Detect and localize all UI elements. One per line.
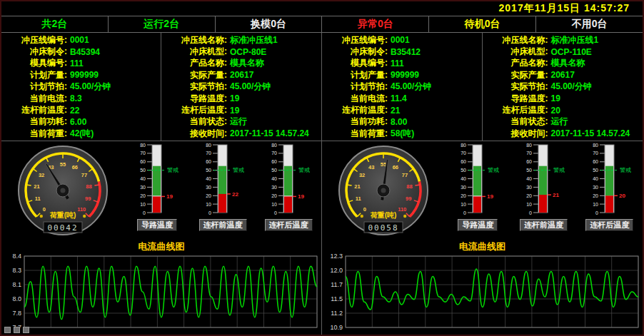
thermo-scale-label: 10 — [206, 202, 211, 207]
machine2-gauge-row: 0112132435566778899110荷重(吨)00058 0102030… — [322, 141, 643, 241]
info-value: 运行 — [551, 116, 568, 128]
current-curve-chart: 12.312.011.711.511.210.9 — [324, 252, 641, 335]
thermo-scale-label: 50 — [271, 168, 277, 173]
info-value: 20617 — [551, 70, 575, 80]
info-key: 计划产量: — [326, 69, 388, 81]
info-key: 冲压线编号: — [6, 34, 67, 46]
info-value: 19 — [551, 93, 560, 103]
thermo-scale-label: 40 — [527, 176, 533, 181]
thermometer: 01020304050607080警戒22连杆前温度 — [192, 143, 253, 231]
thermo-scale-label: 60 — [527, 159, 533, 164]
warning-label: 警戒 — [298, 167, 310, 173]
thermo-scale-label: 60 — [461, 159, 466, 164]
info-row: 实际节拍:45.00/分钟 — [487, 81, 643, 93]
info-row: 当前荷重:42(吨) — [6, 128, 161, 139]
taskbar-icon[interactable] — [14, 327, 20, 333]
y-axis-label: 12.0 — [330, 267, 343, 274]
thermo-gauge: 01020304050607080警戒19 — [447, 143, 508, 218]
info-key: 模具编号: — [6, 57, 67, 69]
gauge-digital-value: 00042 — [47, 223, 78, 233]
info-key: 接收时间: — [487, 128, 548, 140]
current-waveform — [346, 269, 638, 310]
info-row: 冲压线编号:0001 — [6, 34, 161, 46]
thermo-fill — [473, 196, 481, 213]
info-value: 2017-11-15 14.57.24 — [230, 128, 309, 138]
gauge-tick-label: 88 — [86, 183, 91, 190]
taskbar-icon[interactable] — [23, 327, 29, 333]
info-row: 导路温度:19 — [487, 93, 643, 104]
info-row: 当前功耗:6.00 — [6, 116, 161, 128]
info-row: 当前电流:8.3 — [6, 93, 161, 104]
thermo-scale-label: 50 — [461, 168, 466, 173]
info-value: 58(吨) — [391, 128, 414, 140]
info-row: 连杆后温度:19 — [166, 104, 321, 116]
y-axis-label: 7.8 — [12, 310, 21, 317]
info-key: 当前功耗: — [6, 116, 67, 128]
thermo-scale-label: 70 — [271, 151, 277, 156]
thermometer: 01020304050607080警戒19连杆后温度 — [258, 143, 319, 231]
thermo-scale-label: 10 — [140, 202, 146, 207]
info-key: 连杆后温度: — [487, 104, 548, 116]
system-tray — [4, 327, 29, 333]
info-row: 接收时间:2017-11-15 14.57.24 — [487, 128, 643, 139]
machines-area: 冲压线编号:0001冲床制令:B45394模具编号:111计划产量:999999… — [1, 33, 643, 335]
info-value: B35412 — [391, 47, 421, 57]
info-key: 当前状态: — [166, 116, 227, 128]
info-value: 111 — [391, 58, 404, 68]
gauge-tick-label: 21 — [354, 183, 360, 190]
thermo-value: 19 — [487, 193, 493, 200]
thermometer: 01020304050607080警戒20连杆后温度 — [579, 143, 640, 231]
info-key: 导路温度: — [166, 93, 227, 105]
thermo-label: 导路温度 — [137, 219, 177, 231]
info-value: 19 — [230, 106, 239, 116]
info-key: 导路温度: — [487, 93, 548, 105]
current-curve-chart: 8.48.38.18.07.87.7 — [3, 252, 320, 335]
info-key: 冲床机型: — [487, 46, 548, 58]
info-row: 计划产量:999999 — [6, 69, 161, 81]
y-axis-label: 11.5 — [331, 295, 343, 302]
y-axis-label: 8.1 — [12, 281, 21, 288]
info-value: 运行 — [230, 116, 247, 128]
machine-panel-2: 冲压线编号:0001冲床制令:B35412模具编号:111计划产量:999999… — [322, 33, 643, 335]
info-value: 22 — [70, 106, 79, 116]
thermo-scale-label: 0 — [595, 210, 598, 215]
info-row: 冲压线名称:标准冲压线1 — [487, 34, 643, 46]
machine2-info-right: 冲压线名称:标准冲压线1冲床机型:OCP-110E产品名称:模具名称实际产量:2… — [483, 33, 643, 141]
info-value: 999999 — [70, 70, 99, 80]
thermo-scale-label: 50 — [593, 168, 598, 173]
machine2-gauge-block: 0112132435566778899110荷重(吨)00058 — [322, 141, 445, 238]
thermometer: 01020304050607080警戒19导路温度 — [447, 143, 508, 231]
warning-label: 警戒 — [233, 167, 244, 173]
chart-title: 电流曲线图 — [139, 241, 185, 252]
info-value: 45.00/分钟 — [230, 81, 271, 93]
info-value: 21 — [391, 106, 400, 116]
thermo-label: 连杆后温度 — [585, 219, 633, 231]
info-row: 冲床制令:B45394 — [6, 46, 161, 57]
info-row: 当前状态:运行 — [487, 116, 643, 128]
load-gauge: 0112132435566778899110荷重(吨)00058 — [326, 143, 441, 238]
info-key: 冲床制令: — [326, 46, 388, 58]
info-row: 当前电流:11.4 — [326, 93, 482, 104]
thermo-scale-label: 30 — [206, 185, 211, 190]
info-row: 实际产量:20617 — [487, 69, 643, 81]
info-row: 当前功耗:8.00 — [326, 116, 482, 128]
status-label: 换模0台 — [251, 18, 286, 31]
info-value: 45.00/分钟 — [391, 81, 431, 93]
thermo-scale-label: 30 — [461, 185, 466, 190]
thermo-scale-label: 30 — [527, 185, 533, 190]
taskbar-icon[interactable] — [4, 327, 11, 333]
info-row: 冲床机型:OCP-110E — [487, 46, 643, 57]
thermo-scale-label: 10 — [271, 202, 277, 207]
info-row: 当前荷重:58(吨) — [326, 128, 482, 139]
thermo-scale-label: 80 — [271, 143, 277, 148]
thermo-scale-label: 70 — [593, 151, 598, 156]
thermo-scale-label: 30 — [271, 185, 277, 190]
info-value: 标准冲压线1 — [230, 34, 278, 46]
info-value: 模具名称 — [551, 57, 585, 69]
thermo-label: 连杆前温度 — [199, 219, 247, 231]
info-row: 冲压线名称:标准冲压线1 — [166, 34, 321, 46]
current-datetime: 2017年11月15日 14:57:27 — [499, 2, 630, 15]
gauge-tick-label: 43 — [368, 164, 374, 170]
status-cell: 不用0台 — [536, 16, 643, 32]
info-key: 计划产量: — [6, 69, 67, 81]
